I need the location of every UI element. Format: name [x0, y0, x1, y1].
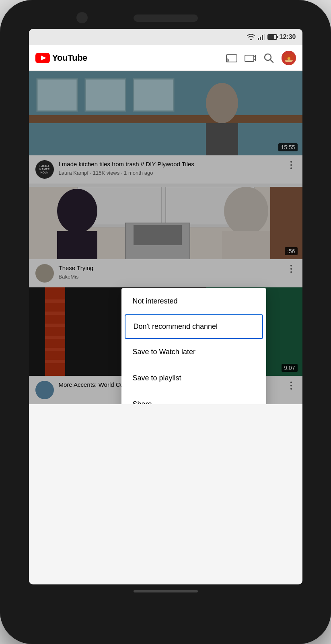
- svg-rect-2: [262, 35, 263, 40]
- cast-button[interactable]: [226, 52, 237, 64]
- camera-button[interactable]: [245, 52, 256, 64]
- youtube-logo-text: YouTube: [52, 53, 87, 63]
- svg-rect-0: [258, 38, 259, 40]
- svg-marker-9: [254, 56, 255, 60]
- svg-line-11: [270, 60, 273, 62]
- phone-screen: 12:30 YouTube: [29, 29, 302, 584]
- svg-text:🍔: 🍔: [287, 57, 290, 60]
- header-icons: 🍔: [226, 51, 296, 65]
- user-avatar[interactable]: 🍔: [282, 51, 296, 65]
- home-bar[interactable]: [134, 590, 198, 592]
- phone-speaker: [134, 14, 198, 22]
- youtube-logo: YouTube: [35, 53, 226, 63]
- context-overlay[interactable]: Not interested Don't recommend channel S…: [29, 71, 302, 404]
- content-area: 15:55 LAURAKAMPFKÖLN I made kitchen tile…: [29, 71, 302, 404]
- save-watch-later-option[interactable]: Save to Watch later: [121, 339, 266, 365]
- dont-recommend-option[interactable]: Don't recommend channel: [125, 314, 263, 339]
- not-interested-option[interactable]: Not interested: [121, 288, 266, 314]
- svg-rect-6: [226, 55, 237, 62]
- save-playlist-option[interactable]: Save to playlist: [121, 365, 266, 391]
- wifi-icon: [247, 34, 255, 40]
- phone-device: 12:30 YouTube: [0, 0, 331, 644]
- youtube-header: YouTube: [29, 45, 302, 71]
- status-time: 12:30: [280, 33, 296, 41]
- youtube-logo-icon: [35, 53, 50, 63]
- context-menu: Not interested Don't recommend channel S…: [121, 288, 266, 404]
- battery-icon: [267, 34, 277, 40]
- status-icons: 12:30: [247, 33, 296, 41]
- front-camera: [76, 12, 88, 23]
- share-option[interactable]: Share: [121, 391, 266, 404]
- search-button[interactable]: [263, 52, 274, 64]
- status-bar: 12:30: [29, 29, 302, 45]
- svg-rect-8: [245, 55, 254, 62]
- svg-rect-1: [260, 37, 261, 40]
- svg-rect-3: [264, 34, 265, 40]
- signal-icon: [258, 34, 265, 40]
